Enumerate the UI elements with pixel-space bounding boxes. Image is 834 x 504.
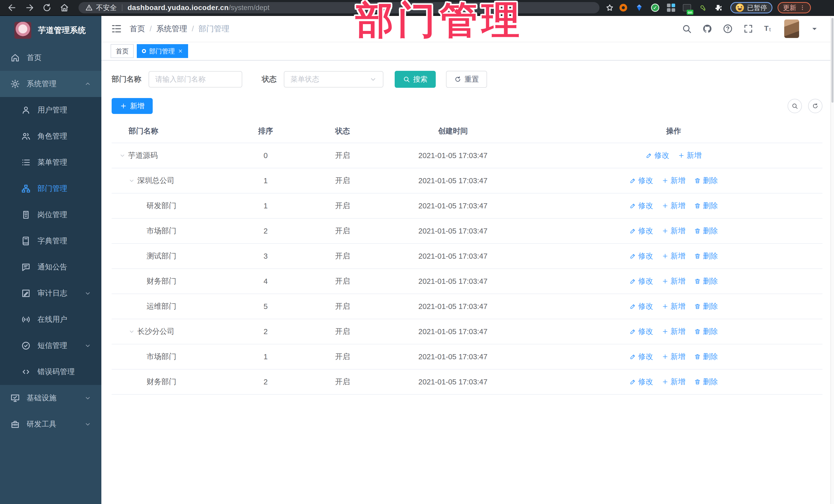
op-删除-link[interactable]: 删除 — [694, 276, 718, 286]
refresh-table-button[interactable] — [808, 99, 822, 113]
table-row[interactable]: 市场部门 2 开启 2021-01-05 17:03:47 修改新增删除 — [112, 219, 822, 244]
op-修改-link[interactable]: 修改 — [630, 352, 653, 362]
caret-down-icon[interactable] — [809, 24, 820, 34]
ext-squares-icon[interactable] — [666, 3, 676, 13]
user-avatar[interactable] — [784, 20, 799, 38]
close-icon[interactable] — [178, 48, 183, 53]
op-新增-link[interactable]: 新增 — [662, 301, 685, 311]
fullscreen-icon[interactable] — [743, 24, 753, 34]
op-新增-link[interactable]: 新增 — [662, 276, 685, 286]
table-row[interactable]: 运维部门 5 开启 2021-01-05 17:03:47 修改新增删除 — [112, 294, 822, 319]
table-row[interactable]: 财务部门 4 开启 2021-01-05 17:03:47 修改新增删除 — [112, 269, 822, 294]
tab-首页[interactable]: 首页 — [111, 44, 134, 58]
sidebar-item-基础设施[interactable]: 基础设施 — [0, 385, 101, 411]
op-label: 新增 — [671, 326, 685, 337]
hamburger-icon[interactable] — [111, 23, 122, 34]
op-新增-link[interactable]: 新增 — [662, 352, 685, 362]
chevron-down-icon[interactable] — [119, 152, 126, 159]
op-删除-link[interactable]: 删除 — [694, 301, 718, 311]
sidebar-item-岗位管理[interactable]: 岗位管理 — [0, 202, 101, 228]
op-修改-link[interactable]: 修改 — [630, 377, 653, 387]
ext-green-check-icon[interactable]: ✓ — [650, 3, 660, 13]
op-修改-link[interactable]: 修改 — [630, 251, 653, 261]
op-修改-link[interactable]: 修改 — [630, 176, 653, 186]
breadcrumb-item[interactable]: 系统管理 — [156, 24, 187, 34]
table-row[interactable]: 市场部门 1 开启 2021-01-05 17:03:47 修改新增删除 — [112, 344, 822, 370]
op-修改-link[interactable]: 修改 — [646, 150, 669, 161]
ext-blue-gem-icon[interactable] — [634, 3, 644, 13]
table-row[interactable]: 财务部门 2 开启 2021-01-05 17:03:47 修改新增删除 — [112, 370, 822, 395]
browser-forward-icon[interactable] — [25, 3, 35, 13]
sidebar-item-部门管理[interactable]: 部门管理 — [0, 176, 101, 202]
sidebar-item-通知公告[interactable]: 通知公告 — [0, 254, 101, 280]
chevron-down-icon[interactable] — [129, 178, 135, 184]
update-button[interactable]: 更新 — [777, 2, 811, 13]
op-修改-link[interactable]: 修改 — [630, 301, 653, 311]
table-row[interactable]: 长沙分公司 2 开启 2021-01-05 17:03:47 修改新增删除 — [112, 319, 822, 344]
edit-icon — [630, 202, 636, 209]
op-修改-link[interactable]: 修改 — [630, 226, 653, 236]
op-删除-link[interactable]: 删除 — [694, 352, 718, 362]
app-logo-row[interactable]: 芋道管理系统 — [0, 16, 101, 45]
github-icon[interactable] — [702, 24, 712, 34]
op-新增-link[interactable]: 新增 — [662, 251, 685, 261]
table-row[interactable]: 深圳总公司 1 开启 2021-01-05 17:03:47 修改新增删除 — [112, 168, 822, 194]
ext-dark-on-icon[interactable]: on — [682, 3, 692, 13]
op-删除-link[interactable]: 删除 — [694, 251, 718, 261]
reset-button[interactable]: 重置 — [446, 71, 487, 88]
browser-back-icon[interactable] — [7, 3, 17, 13]
op-修改-link[interactable]: 修改 — [630, 276, 653, 286]
bookmark-star-icon[interactable] — [605, 3, 614, 12]
op-新增-link[interactable]: 新增 — [662, 326, 685, 337]
sidebar-item-字典管理[interactable]: 字典管理 — [0, 228, 101, 254]
ext-puzzle-icon[interactable] — [714, 3, 724, 13]
sidebar-item-系统管理[interactable]: 系统管理 — [0, 71, 101, 97]
sidebar-item-角色管理[interactable]: 角色管理 — [0, 123, 101, 149]
op-删除-link[interactable]: 删除 — [694, 201, 718, 211]
ext-green-key-icon[interactable] — [698, 3, 708, 13]
tab-部门管理[interactable]: 部门管理 — [137, 44, 188, 58]
address-bar[interactable]: 不安全 dashboard.yudao.iocoder.cn/system/de… — [79, 2, 599, 13]
fontsize-icon[interactable]: Tt — [764, 24, 774, 34]
op-新增-link[interactable]: 新增 — [662, 201, 685, 211]
toggle-search-button[interactable] — [788, 99, 802, 113]
op-删除-link[interactable]: 删除 — [694, 226, 718, 236]
browser-home-icon[interactable] — [60, 3, 69, 13]
sidebar-item-审计日志[interactable]: 审计日志 — [0, 280, 101, 306]
search-icon[interactable] — [682, 24, 692, 34]
sidebar-item-首页[interactable]: 首页 — [0, 45, 101, 71]
scrollbar-thumb[interactable] — [831, 18, 833, 103]
browser-reload-icon[interactable] — [42, 3, 52, 13]
chevron-down-icon[interactable] — [129, 328, 135, 335]
filter-row: 部门名称 状态 菜单状态 搜索 重置 — [112, 71, 822, 88]
op-新增-link[interactable]: 新增 — [662, 176, 685, 186]
sidebar-item-菜单管理[interactable]: 菜单管理 — [0, 149, 101, 176]
help-icon[interactable] — [723, 24, 733, 34]
table-row[interactable]: 研发部门 1 开启 2021-01-05 17:03:47 修改新增删除 — [112, 194, 822, 219]
table-row[interactable]: 芋道源码 0 开启 2021-01-05 17:03:47 修改新增 — [112, 143, 822, 168]
op-删除-link[interactable]: 删除 — [694, 377, 718, 387]
sidebar-item-研发工具[interactable]: 研发工具 — [0, 411, 101, 437]
op-新增-link[interactable]: 新增 — [662, 377, 685, 387]
table-row[interactable]: 测试部门 3 开启 2021-01-05 17:03:47 修改新增删除 — [112, 244, 822, 269]
op-新增-link[interactable]: 新增 — [678, 150, 702, 161]
dept-name-input[interactable] — [149, 71, 242, 88]
sidebar-item-在线用户[interactable]: 在线用户 — [0, 306, 101, 333]
dept-name-label: 部门名称 — [112, 74, 141, 84]
profile-paused-chip[interactable]: 已暂停 — [730, 2, 772, 13]
op-修改-link[interactable]: 修改 — [630, 326, 653, 337]
op-删除-link[interactable]: 删除 — [694, 326, 718, 337]
page-scrollbar[interactable] — [830, 16, 834, 504]
kebab-menu-icon[interactable] — [799, 5, 806, 11]
op-修改-link[interactable]: 修改 — [630, 201, 653, 211]
sidebar-item-错误码管理[interactable]: 错误码管理 — [0, 359, 101, 385]
sidebar-item-用户管理[interactable]: 用户管理 — [0, 97, 101, 123]
sidebar-item-短信管理[interactable]: 短信管理 — [0, 333, 101, 359]
op-删除-link[interactable]: 删除 — [694, 176, 718, 186]
op-新增-link[interactable]: 新增 — [662, 226, 685, 236]
add-button[interactable]: 新增 — [112, 98, 153, 114]
status-select[interactable]: 菜单状态 — [284, 71, 383, 88]
ext-orange-ring-icon[interactable] — [618, 3, 628, 13]
breadcrumb-item[interactable]: 首页 — [130, 24, 145, 34]
search-button[interactable]: 搜索 — [395, 71, 436, 88]
